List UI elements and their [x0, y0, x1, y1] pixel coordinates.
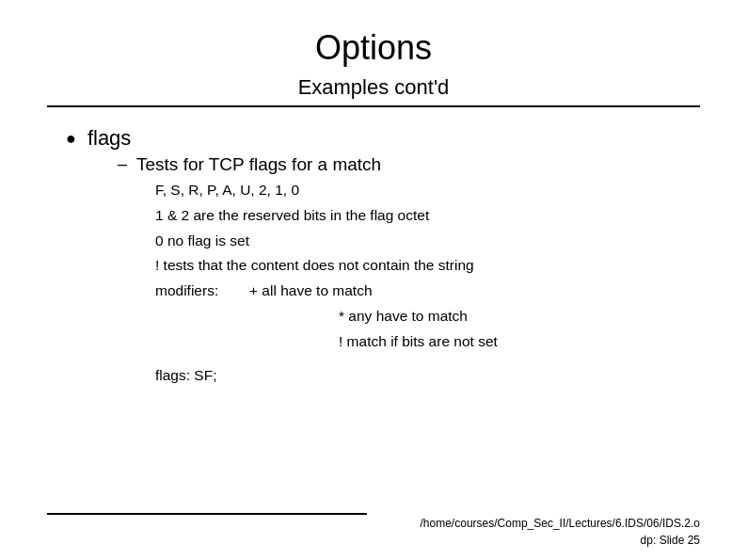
footer-line1: /home/courses/Comp_Sec_II/Lectures/6.IDS… [421, 515, 700, 532]
sub-bullet-text: Tests for TCP flags for a match [136, 154, 381, 175]
detail-line-1: F, S, R, P, A, U, 2, 1, 0 [155, 179, 700, 202]
footer: /home/courses/Comp_Sec_II/Lectures/6.IDS… [421, 515, 700, 549]
modifier-excl: ! match if bits are not set [339, 330, 700, 354]
modifier-star: * any have to match [339, 305, 700, 328]
slide-subtitle: Examples cont'd [47, 75, 700, 100]
detail-line-3: 0 no flag is set [155, 230, 700, 253]
slide-title: Options [47, 28, 700, 68]
bottom-divider [47, 513, 367, 515]
bullet-dot-icon: ● [66, 129, 76, 149]
modifier-plus-value: + all have to match [249, 280, 373, 303]
detail-block: F, S, R, P, A, U, 2, 1, 0 1 & 2 are the … [155, 179, 700, 278]
top-divider [47, 105, 700, 107]
modifier-row-plus: modifiers: + all have to match [155, 280, 700, 303]
main-bullet: ● flags [66, 126, 700, 151]
modifiers-block: modifiers: + all have to match * any hav… [155, 280, 700, 353]
footer-line2: dp: Slide 25 [421, 532, 700, 549]
dash-icon: – [118, 154, 127, 174]
modifier-label: modifiers: [155, 280, 249, 303]
flags-example: flags: SF; [155, 367, 700, 384]
main-bullet-text: flags [87, 126, 131, 151]
detail-line-2: 1 & 2 are the reserved bits in the flag … [155, 204, 700, 228]
bullet-section: ● flags – Tests for TCP flags for a matc… [66, 126, 700, 384]
slide-container: Options Examples cont'd ● flags – Tests … [0, 0, 747, 560]
detail-line-4: ! tests that the content does not contai… [155, 254, 700, 278]
sub-bullet: – Tests for TCP flags for a match [118, 154, 700, 175]
